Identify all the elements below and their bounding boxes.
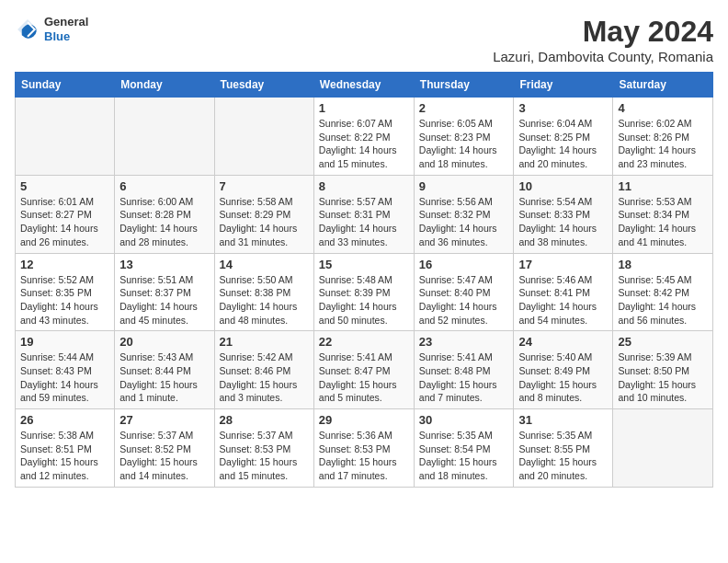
weekday-header: Sunday [16, 73, 115, 98]
month-title: May 2024 [493, 15, 713, 49]
logo-blue-text: Blue [44, 29, 88, 44]
day-number: 5 [20, 179, 109, 193]
calendar-cell: 29Sunrise: 5:36 AMSunset: 8:53 PMDayligh… [313, 409, 414, 488]
cell-details: Sunrise: 5:44 AMSunset: 8:43 PMDaylight:… [20, 350, 109, 405]
cell-details: Sunrise: 5:37 AMSunset: 8:52 PMDaylight:… [119, 429, 209, 483]
calendar-cell: 6Sunrise: 6:00 AMSunset: 8:28 PMDaylight… [115, 175, 214, 253]
calendar-cell [16, 98, 115, 176]
calendar-cell: 18Sunrise: 5:45 AMSunset: 8:42 PMDayligh… [613, 253, 713, 331]
cell-details: Sunrise: 5:37 AMSunset: 8:53 PMDaylight:… [220, 429, 309, 483]
calendar-cell [613, 409, 713, 488]
calendar-cell: 24Sunrise: 5:40 AMSunset: 8:49 PMDayligh… [514, 331, 613, 409]
day-number: 10 [518, 179, 608, 193]
location-title: Lazuri, Dambovita County, Romania [493, 49, 713, 64]
calendar-week-row: 5Sunrise: 6:01 AMSunset: 8:27 PMDaylight… [16, 175, 713, 253]
calendar-cell: 5Sunrise: 6:01 AMSunset: 8:27 PMDaylight… [16, 175, 115, 253]
cell-details: Sunrise: 5:52 AMSunset: 8:35 PMDaylight:… [20, 273, 109, 327]
day-number: 24 [518, 335, 608, 349]
calendar-cell: 4Sunrise: 6:02 AMSunset: 8:26 PMDaylight… [613, 98, 713, 176]
calendar-cell: 20Sunrise: 5:43 AMSunset: 8:44 PMDayligh… [115, 331, 214, 409]
day-number: 4 [618, 101, 708, 115]
cell-details: Sunrise: 6:01 AMSunset: 8:27 PMDaylight:… [20, 195, 109, 249]
weekday-header: Tuesday [214, 73, 313, 98]
day-number: 17 [518, 258, 608, 271]
cell-details: Sunrise: 5:54 AMSunset: 8:33 PMDaylight:… [518, 195, 608, 249]
cell-details: Sunrise: 5:58 AMSunset: 8:29 PMDaylight:… [220, 195, 309, 249]
cell-details: Sunrise: 6:07 AMSunset: 8:22 PMDaylight:… [319, 117, 409, 171]
cell-details: Sunrise: 5:53 AMSunset: 8:34 PMDaylight:… [618, 195, 708, 249]
cell-details: Sunrise: 5:38 AMSunset: 8:51 PMDaylight:… [20, 429, 109, 483]
cell-details: Sunrise: 5:57 AMSunset: 8:31 PMDaylight:… [319, 195, 409, 249]
cell-details: Sunrise: 6:02 AMSunset: 8:26 PMDaylight:… [618, 117, 708, 171]
calendar-cell: 19Sunrise: 5:44 AMSunset: 8:43 PMDayligh… [16, 331, 115, 409]
calendar-cell: 10Sunrise: 5:54 AMSunset: 8:33 PMDayligh… [514, 175, 613, 253]
cell-details: Sunrise: 5:35 AMSunset: 8:54 PMDaylight:… [419, 429, 509, 483]
day-number: 8 [319, 179, 409, 193]
cell-details: Sunrise: 5:45 AMSunset: 8:42 PMDaylight:… [618, 273, 708, 327]
cell-details: Sunrise: 5:40 AMSunset: 8:49 PMDaylight:… [518, 350, 608, 405]
logo-text: General Blue [44, 15, 88, 43]
weekday-header: Wednesday [313, 73, 414, 98]
day-number: 13 [119, 258, 209, 271]
calendar-cell: 23Sunrise: 5:41 AMSunset: 8:48 PMDayligh… [414, 331, 514, 409]
calendar-cell: 11Sunrise: 5:53 AMSunset: 8:34 PMDayligh… [613, 175, 713, 253]
calendar-week-row: 26Sunrise: 5:38 AMSunset: 8:51 PMDayligh… [16, 409, 713, 488]
day-number: 19 [20, 335, 109, 349]
calendar-cell: 7Sunrise: 5:58 AMSunset: 8:29 PMDaylight… [214, 175, 313, 253]
calendar-cell: 12Sunrise: 5:52 AMSunset: 8:35 PMDayligh… [16, 253, 115, 331]
cell-details: Sunrise: 6:05 AMSunset: 8:23 PMDaylight:… [419, 117, 509, 171]
calendar-cell: 31Sunrise: 5:35 AMSunset: 8:55 PMDayligh… [514, 409, 613, 488]
cell-details: Sunrise: 5:41 AMSunset: 8:48 PMDaylight:… [419, 350, 509, 405]
calendar-cell: 22Sunrise: 5:41 AMSunset: 8:47 PMDayligh… [313, 331, 414, 409]
day-number: 20 [119, 335, 209, 349]
cell-details: Sunrise: 5:36 AMSunset: 8:53 PMDaylight:… [319, 429, 409, 483]
calendar-week-row: 12Sunrise: 5:52 AMSunset: 8:35 PMDayligh… [16, 253, 713, 331]
weekday-header-row: SundayMondayTuesdayWednesdayThursdayFrid… [16, 73, 713, 98]
day-number: 1 [319, 101, 409, 115]
day-number: 25 [618, 335, 708, 349]
day-number: 22 [319, 335, 409, 349]
calendar-cell: 8Sunrise: 5:57 AMSunset: 8:31 PMDaylight… [313, 175, 414, 253]
day-number: 9 [419, 179, 509, 193]
weekday-header: Saturday [613, 73, 713, 98]
calendar-cell: 15Sunrise: 5:48 AMSunset: 8:39 PMDayligh… [313, 253, 414, 331]
calendar-cell: 26Sunrise: 5:38 AMSunset: 8:51 PMDayligh… [16, 409, 115, 488]
day-number: 3 [518, 101, 608, 115]
calendar-body: 1Sunrise: 6:07 AMSunset: 8:22 PMDaylight… [16, 98, 713, 488]
cell-details: Sunrise: 5:35 AMSunset: 8:55 PMDaylight:… [518, 429, 608, 483]
day-number: 21 [220, 335, 309, 349]
calendar-cell: 21Sunrise: 5:42 AMSunset: 8:46 PMDayligh… [214, 331, 313, 409]
logo: General Blue [15, 15, 88, 43]
calendar-cell: 28Sunrise: 5:37 AMSunset: 8:53 PMDayligh… [214, 409, 313, 488]
cell-details: Sunrise: 5:56 AMSunset: 8:32 PMDaylight:… [419, 195, 509, 249]
day-number: 23 [419, 335, 509, 349]
day-number: 2 [419, 101, 509, 115]
weekday-header: Thursday [414, 73, 514, 98]
day-number: 28 [220, 413, 309, 427]
calendar-cell: 25Sunrise: 5:39 AMSunset: 8:50 PMDayligh… [613, 331, 713, 409]
logo-general-text: General [44, 15, 88, 29]
calendar-cell: 17Sunrise: 5:46 AMSunset: 8:41 PMDayligh… [514, 253, 613, 331]
day-number: 15 [319, 258, 409, 271]
weekday-header: Friday [514, 73, 613, 98]
calendar-cell: 14Sunrise: 5:50 AMSunset: 8:38 PMDayligh… [214, 253, 313, 331]
calendar-table: SundayMondayTuesdayWednesdayThursdayFrid… [15, 72, 713, 488]
cell-details: Sunrise: 6:04 AMSunset: 8:25 PMDaylight:… [518, 117, 608, 171]
day-number: 27 [119, 413, 209, 427]
day-number: 14 [220, 258, 309, 271]
cell-details: Sunrise: 5:48 AMSunset: 8:39 PMDaylight:… [319, 273, 409, 327]
calendar-cell: 9Sunrise: 5:56 AMSunset: 8:32 PMDaylight… [414, 175, 514, 253]
cell-details: Sunrise: 5:47 AMSunset: 8:40 PMDaylight:… [419, 273, 509, 327]
cell-details: Sunrise: 5:43 AMSunset: 8:44 PMDaylight:… [119, 350, 209, 405]
cell-details: Sunrise: 5:39 AMSunset: 8:50 PMDaylight:… [618, 350, 708, 405]
day-number: 7 [220, 179, 309, 193]
title-area: May 2024 Lazuri, Dambovita County, Roman… [493, 15, 713, 64]
header: General Blue May 2024 Lazuri, Dambovita … [15, 15, 713, 64]
day-number: 18 [618, 258, 708, 271]
day-number: 30 [419, 413, 509, 427]
calendar-cell: 13Sunrise: 5:51 AMSunset: 8:37 PMDayligh… [115, 253, 214, 331]
calendar-cell [214, 98, 313, 176]
logo-icon [15, 17, 40, 42]
cell-details: Sunrise: 5:41 AMSunset: 8:47 PMDaylight:… [319, 350, 409, 405]
day-number: 31 [518, 413, 608, 427]
